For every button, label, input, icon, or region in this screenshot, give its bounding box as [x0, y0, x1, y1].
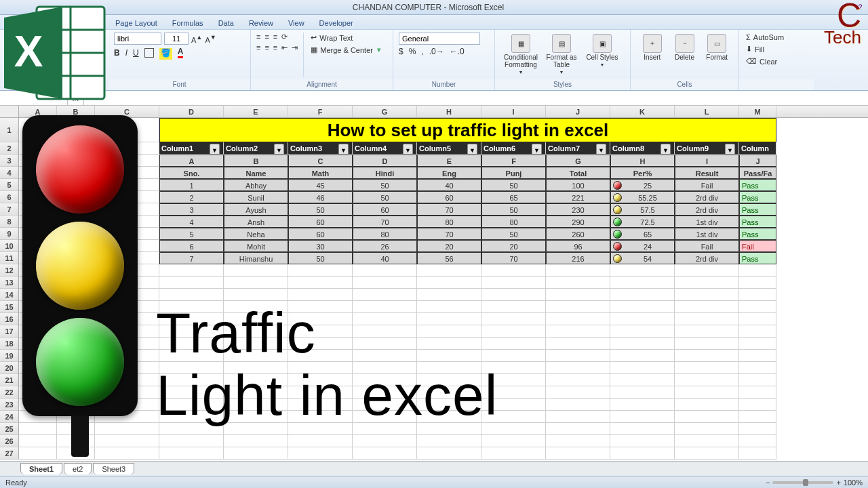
- result-cell[interactable]: 2rd div: [675, 203, 739, 216]
- data-cell[interactable]: 46: [288, 191, 353, 203]
- font-size-input[interactable]: [164, 33, 189, 45]
- letter-cell[interactable]: B: [224, 155, 288, 167]
- sheet-tab-2[interactable]: et2: [64, 463, 92, 474]
- data-cell[interactable]: 60: [288, 216, 353, 228]
- merge-center-button[interactable]: ▦Merge & Center▾: [309, 45, 384, 55]
- sheet-tab-3[interactable]: Sheet3: [93, 463, 134, 474]
- font-name-input[interactable]: [114, 33, 161, 45]
- result-cell[interactable]: 1st div: [675, 216, 739, 228]
- data-cell[interactable]: 45: [288, 179, 353, 191]
- subject-header-cell[interactable]: Sno.: [159, 167, 224, 179]
- data-cell[interactable]: 230: [546, 203, 610, 216]
- data-cell[interactable]: 50: [353, 179, 417, 191]
- data-cell[interactable]: 6: [159, 240, 224, 252]
- column-header[interactable]: G: [353, 106, 417, 117]
- data-cell[interactable]: 26: [353, 240, 417, 252]
- align-bottom-icon[interactable]: ≡: [273, 33, 277, 41]
- letter-cell[interactable]: J: [739, 155, 776, 167]
- align-middle-icon[interactable]: ≡: [264, 33, 269, 41]
- data-cell[interactable]: 290: [546, 216, 610, 228]
- letter-cell[interactable]: A: [159, 155, 224, 167]
- result-cell[interactable]: 1st div: [675, 228, 739, 240]
- subject-header-cell[interactable]: Per%: [610, 167, 675, 179]
- formula-input[interactable]: [84, 91, 868, 105]
- data-cell[interactable]: 70: [417, 203, 481, 216]
- data-cell[interactable]: Neha: [224, 228, 288, 240]
- data-cell[interactable]: 3: [159, 203, 224, 216]
- data-cell[interactable]: 7: [159, 252, 224, 264]
- number-format-input[interactable]: [399, 33, 480, 45]
- passfail-cell[interactable]: Pass: [739, 191, 776, 203]
- passfail-cell[interactable]: Pass: [739, 203, 776, 216]
- subject-header-cell[interactable]: Hindi: [353, 167, 417, 179]
- data-cell[interactable]: 60: [288, 228, 353, 240]
- table-column-header[interactable]: Column3▼: [288, 142, 353, 155]
- letter-cell[interactable]: F: [481, 155, 546, 167]
- subject-header-cell[interactable]: Math: [288, 167, 353, 179]
- data-cell[interactable]: 70: [353, 216, 417, 228]
- table-column-header[interactable]: Column▼: [739, 142, 776, 155]
- data-cell[interactable]: 56: [417, 252, 481, 264]
- data-cell[interactable]: 221: [546, 191, 610, 203]
- data-cell[interactable]: 96: [546, 240, 610, 252]
- align-center-icon[interactable]: ≡: [264, 43, 269, 52]
- cell-styles-button[interactable]: ▣Cell Styles▾: [582, 33, 623, 68]
- data-cell[interactable]: Sunil: [224, 191, 288, 203]
- indent-dec-icon[interactable]: ⇤: [281, 43, 288, 52]
- subject-header-cell[interactable]: Punj: [481, 167, 546, 179]
- zoom-out-button[interactable]: −: [766, 479, 770, 487]
- percent-cell[interactable]: 54: [610, 252, 675, 264]
- column-header[interactable]: J: [546, 106, 610, 117]
- comma-button[interactable]: ,: [421, 47, 423, 56]
- column-header[interactable]: E: [224, 106, 288, 117]
- column-header[interactable]: K: [610, 106, 675, 117]
- data-cell[interactable]: 40: [417, 179, 481, 191]
- letter-cell[interactable]: H: [610, 155, 675, 167]
- result-cell[interactable]: Fail: [675, 240, 739, 252]
- data-cell[interactable]: 80: [481, 216, 546, 228]
- font-color-button[interactable]: A: [178, 47, 184, 58]
- data-cell[interactable]: 2: [159, 191, 224, 203]
- sheet-tab-1[interactable]: Sheet1: [20, 463, 62, 474]
- align-top-icon[interactable]: ≡: [256, 33, 260, 41]
- table-column-header[interactable]: Column9▼: [675, 142, 739, 155]
- data-cell[interactable]: 5: [159, 228, 224, 240]
- filter-dropdown-icon[interactable]: ▼: [274, 144, 284, 155]
- conditional-formatting-button[interactable]: ▦Conditional Formatting▾: [500, 33, 541, 75]
- indent-inc-icon[interactable]: ⇥: [292, 43, 298, 52]
- data-cell[interactable]: 20: [481, 240, 546, 252]
- data-cell[interactable]: 50: [288, 203, 353, 216]
- table-column-header[interactable]: Column1▼: [159, 142, 224, 155]
- tab-view[interactable]: View: [281, 17, 311, 29]
- data-cell[interactable]: 60: [417, 191, 481, 203]
- letter-cell[interactable]: D: [353, 155, 417, 167]
- table-column-header[interactable]: Column5▼: [417, 142, 481, 155]
- data-cell[interactable]: 40: [353, 252, 417, 264]
- column-header[interactable]: D: [159, 106, 224, 117]
- data-cell[interactable]: 80: [353, 228, 417, 240]
- data-cell[interactable]: 30: [288, 240, 353, 252]
- align-left-icon[interactable]: ≡: [256, 43, 260, 52]
- table-column-header[interactable]: Column8▼: [610, 142, 675, 155]
- subject-header-cell[interactable]: Pass/Fa: [739, 167, 776, 179]
- data-cell[interactable]: 20: [417, 240, 481, 252]
- italic-button[interactable]: I: [125, 48, 127, 58]
- format-as-table-button[interactable]: ▤Format as Table▾: [541, 33, 582, 75]
- data-cell[interactable]: 70: [417, 228, 481, 240]
- passfail-cell[interactable]: Pass: [739, 179, 776, 191]
- passfail-cell[interactable]: Pass: [739, 228, 776, 240]
- border-button[interactable]: [144, 48, 154, 58]
- decrease-decimal-button[interactable]: ←.0: [450, 47, 465, 56]
- zoom-slider[interactable]: [772, 481, 833, 484]
- letter-cell[interactable]: G: [546, 155, 610, 167]
- fill-color-button[interactable]: 🪣: [159, 48, 172, 58]
- data-cell[interactable]: 1: [159, 179, 224, 191]
- data-cell[interactable]: 60: [353, 203, 417, 216]
- percent-cell[interactable]: 55.25: [610, 191, 675, 203]
- data-cell[interactable]: 65: [481, 191, 546, 203]
- data-cell[interactable]: Abhay: [224, 179, 288, 191]
- table-column-header[interactable]: Column7▼: [546, 142, 610, 155]
- passfail-cell[interactable]: Pass: [739, 252, 776, 264]
- subject-header-cell[interactable]: Result: [675, 167, 739, 179]
- data-cell[interactable]: 260: [546, 228, 610, 240]
